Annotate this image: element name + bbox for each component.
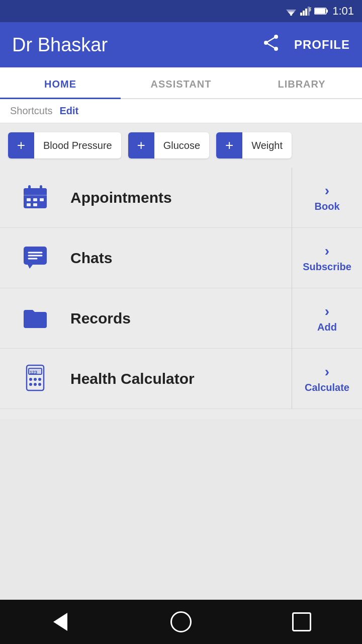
profile-button[interactable]: PROFILE	[294, 38, 350, 52]
svg-rect-10	[315, 9, 325, 14]
records-action[interactable]: › Add	[292, 288, 362, 348]
menu-list: Appointments › Book Chats › Subscribe	[0, 168, 362, 419]
shortcut-blood-pressure-label: Blood Pressure	[34, 140, 121, 151]
shortcut-glucose[interactable]: + Glucose	[128, 132, 209, 158]
shortcut-plus-icon: +	[8, 132, 34, 158]
header-actions: PROFILE	[262, 34, 350, 56]
svg-rect-26	[27, 203, 31, 206]
health-calculator-action[interactable]: › Calculate	[292, 349, 362, 409]
records-icon-area	[0, 304, 70, 333]
shortcut-blood-pressure[interactable]: + Blood Pressure	[8, 132, 121, 158]
svg-rect-5	[303, 11, 305, 16]
battery-icon	[314, 7, 328, 15]
home-icon	[170, 611, 192, 632]
chats-label: Chats	[70, 250, 292, 267]
health-calculator-action-label: Calculate	[305, 382, 349, 393]
chats-action-label: Subscribe	[303, 261, 351, 273]
svg-point-36	[34, 378, 37, 381]
svg-text:123: 123	[30, 370, 37, 375]
menu-item-records[interactable]: Records › Add	[0, 288, 362, 349]
svg-point-37	[38, 378, 41, 381]
status-icons: R	[285, 7, 328, 16]
chats-action[interactable]: › Subscribe	[292, 228, 362, 288]
svg-rect-6	[305, 9, 307, 16]
chats-arrow-icon: ›	[325, 243, 329, 259]
svg-rect-21	[28, 185, 31, 192]
records-action-label: Add	[317, 321, 337, 333]
signal-icon: R	[300, 7, 311, 16]
tab-home[interactable]: HOME	[0, 67, 121, 98]
svg-rect-22	[40, 185, 42, 192]
tab-assistant[interactable]: ASSISTANT	[121, 67, 241, 98]
appointments-action-label: Book	[315, 201, 340, 212]
svg-rect-4	[300, 13, 302, 16]
appointments-icon-area	[0, 183, 70, 212]
records-arrow-icon: ›	[325, 303, 329, 319]
shortcuts-edit-button[interactable]: Edit	[59, 105, 78, 117]
wifi-icon	[285, 7, 297, 16]
shortcut-weight-plus-icon: +	[216, 132, 242, 158]
chat-icon	[22, 244, 49, 273]
svg-point-40	[38, 383, 41, 386]
share-icon[interactable]	[262, 34, 280, 56]
menu-item-health-calculator[interactable]: 123 Health Calculator › Calculate	[0, 349, 362, 409]
shortcut-weight-label: Weight	[242, 140, 292, 151]
header-title: Dr Bhaskar	[12, 34, 108, 56]
menu-item-chats[interactable]: Chats › Subscribe	[0, 228, 362, 288]
calendar-icon	[22, 183, 49, 212]
back-button[interactable]	[45, 607, 75, 637]
shortcuts-scroll: + Blood Pressure + Glucose + Weight	[0, 123, 362, 168]
shortcut-glucose-label: Glucose	[154, 140, 209, 151]
records-label: Records	[70, 310, 292, 327]
back-icon	[53, 613, 67, 631]
recents-button[interactable]	[287, 607, 317, 637]
tab-bar: HOME ASSISTANT LIBRARY	[0, 67, 362, 99]
chats-icon-area	[0, 244, 70, 273]
health-calculator-arrow-icon: ›	[325, 364, 329, 380]
app-header: Dr Bhaskar PROFILE	[0, 22, 362, 67]
shortcut-weight[interactable]: + Weight	[216, 132, 292, 158]
recents-icon	[292, 612, 311, 631]
shortcut-glucose-plus-icon: +	[128, 132, 154, 158]
svg-line-16	[266, 43, 276, 49]
status-time: 1:01	[332, 5, 354, 18]
svg-rect-19	[24, 192, 47, 195]
appointments-action[interactable]: › Book	[292, 168, 362, 227]
status-bar: R 1:01	[0, 0, 362, 22]
svg-rect-23	[27, 198, 31, 201]
health-calculator-icon: 123	[22, 364, 49, 393]
health-calculator-icon-area: 123	[0, 364, 70, 393]
shortcuts-label: Shortcuts	[10, 105, 52, 117]
svg-rect-27	[33, 203, 37, 206]
appointments-label: Appointments	[70, 189, 292, 206]
svg-text:R: R	[309, 7, 311, 13]
svg-rect-25	[40, 198, 44, 201]
svg-point-39	[34, 383, 37, 386]
tab-library[interactable]: LIBRARY	[241, 67, 362, 98]
folder-icon	[22, 304, 49, 333]
bottom-nav	[0, 600, 362, 644]
svg-marker-29	[28, 265, 33, 269]
svg-line-15	[266, 37, 276, 43]
shortcuts-bar: Shortcuts Edit	[0, 99, 362, 123]
home-button[interactable]	[166, 607, 196, 637]
menu-item-appointments[interactable]: Appointments › Book	[0, 168, 362, 228]
svg-rect-24	[33, 198, 37, 201]
appointments-arrow-icon: ›	[325, 183, 329, 199]
svg-point-38	[29, 383, 32, 386]
svg-rect-11	[326, 10, 328, 13]
health-calculator-label: Health Calculator	[70, 370, 292, 387]
svg-point-35	[29, 378, 32, 381]
